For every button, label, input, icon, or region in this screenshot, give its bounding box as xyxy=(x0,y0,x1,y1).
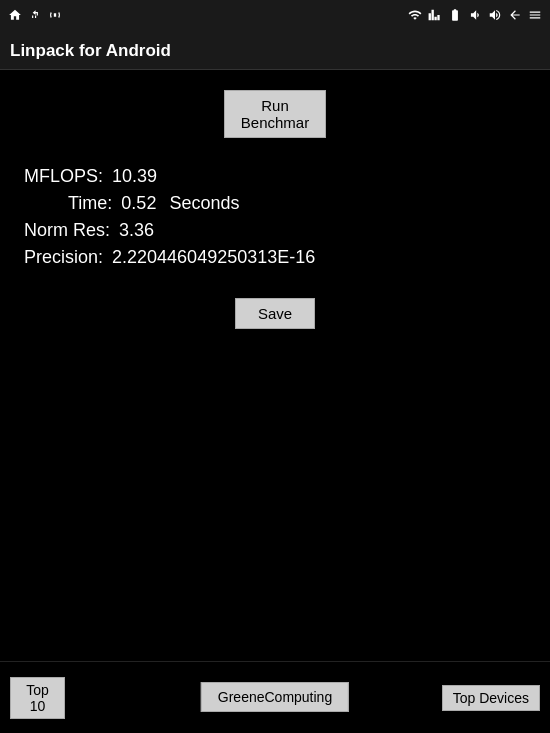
usb-icon xyxy=(28,8,42,25)
save-button[interactable]: Save xyxy=(235,298,315,329)
mflops-label: MFLOPS: xyxy=(24,166,103,186)
mflops-value: 10.39 xyxy=(112,166,157,186)
bottom-center: GreeneComputing xyxy=(201,661,349,733)
top-devices-button[interactable]: Top Devices xyxy=(442,685,540,711)
time-unit: Seconds xyxy=(169,193,239,213)
greene-computing-button[interactable]: GreeneComputing xyxy=(201,682,349,712)
status-bar xyxy=(0,0,550,32)
metrics-container: MFLOPS: 10.39 Time: 0.52 Seconds Norm Re… xyxy=(16,166,534,268)
run-button-row: Run Benchmar xyxy=(16,90,534,138)
status-left-icons xyxy=(8,8,62,25)
time-row: Time: 0.52 Seconds xyxy=(24,193,526,214)
bottom-bar: Top 10 GreeneComputing Top Devices xyxy=(0,661,550,733)
home-icon xyxy=(8,8,22,25)
main-content: Run Benchmar MFLOPS: 10.39 Time: 0.52 Se… xyxy=(0,70,550,349)
normres-row: Norm Res: 3.36 xyxy=(24,220,526,241)
title-bar: Linpack for Android xyxy=(0,32,550,70)
mflops-row: MFLOPS: 10.39 xyxy=(24,166,526,187)
normres-value: 3.36 xyxy=(119,220,154,240)
time-label: Time: xyxy=(68,193,112,213)
time-value: 0.52 xyxy=(121,193,156,213)
status-right-icons xyxy=(408,8,542,25)
normres-label: Norm Res: xyxy=(24,220,110,240)
battery-icon xyxy=(448,8,462,25)
wifi-icon xyxy=(408,8,422,25)
menu-icon xyxy=(528,8,542,25)
precision-row: Precision: 2.220446049250313E-16 xyxy=(24,247,526,268)
volume-up-icon xyxy=(488,8,502,25)
app-title: Linpack for Android xyxy=(10,41,171,61)
top-10-button[interactable]: Top 10 xyxy=(10,677,65,719)
run-benchmark-button[interactable]: Run Benchmar xyxy=(224,90,326,138)
back-icon xyxy=(508,8,522,25)
volume-down-icon xyxy=(468,8,482,25)
precision-value: 2.220446049250313E-16 xyxy=(112,247,315,267)
precision-label: Precision: xyxy=(24,247,103,267)
android-icon xyxy=(48,8,62,25)
save-row: Save xyxy=(16,298,534,329)
signal-icon xyxy=(428,8,442,25)
